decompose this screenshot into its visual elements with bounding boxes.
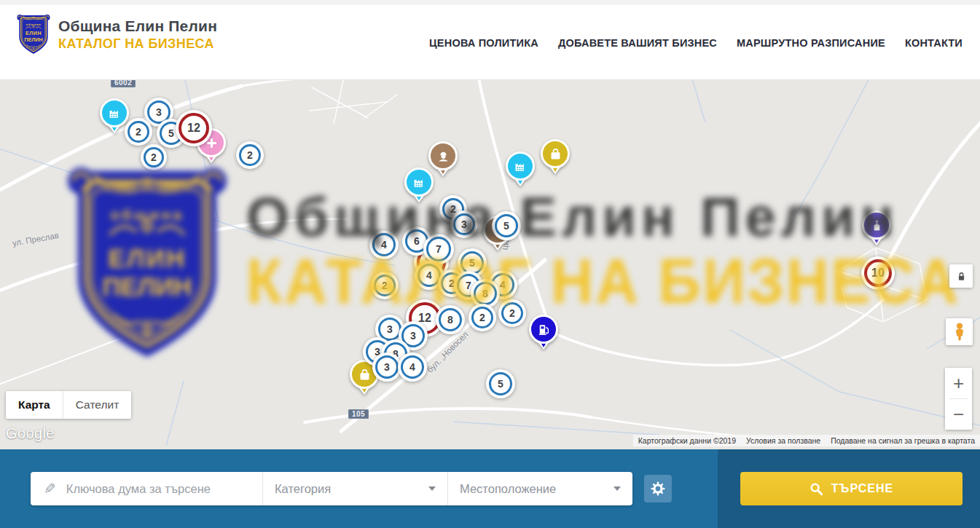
road-label: 6002: [111, 80, 136, 87]
site-logo[interactable]: Община Елин Пелин КАТАЛОГ НА БИЗНЕСА: [16, 12, 217, 56]
location-select[interactable]: Местоположение: [447, 472, 632, 505]
map-type-satellite-button[interactable]: Сателит: [63, 391, 131, 419]
google-logo[interactable]: Google: [6, 425, 55, 442]
nav-contacts[interactable]: КОНТАКТИ: [905, 37, 963, 49]
site-tagline: КАТАЛОГ НА БИЗНЕСА: [58, 36, 217, 52]
business-pin[interactable]: [862, 210, 891, 240]
cluster-marker[interactable]: 2: [236, 141, 264, 169]
search-submit-panel: ТЪРСЕНЕ: [718, 449, 980, 528]
category-select-label: Категория: [275, 482, 331, 496]
cluster-marker[interactable]: 2: [469, 304, 496, 331]
cluster-marker[interactable]: 2: [498, 299, 526, 327]
municipality-crest-icon: [16, 12, 51, 56]
cluster-marker[interactable]: 10: [861, 256, 895, 290]
header: Община Елин Пелин КАТАЛОГ НА БИЗНЕСА ЦЕН…: [0, 0, 980, 80]
terms-of-use-link[interactable]: Условия за ползване: [741, 436, 826, 445]
cluster-marker[interactable]: 5: [492, 211, 521, 240]
page: община ЕЛИН ПЕЛИН Община Елин Пелин КАТА…: [0, 0, 980, 528]
search-bar: ТЪРСЕНЕ ✎ Категория Местоположение: [0, 449, 980, 528]
streetview-lock-button[interactable]: [949, 264, 973, 288]
cluster-marker[interactable]: 3: [372, 352, 401, 382]
chevron-down-icon: [428, 486, 436, 491]
cluster-marker[interactable]: 4: [369, 230, 399, 259]
pegman-button[interactable]: [946, 318, 973, 345]
business-pin[interactable]: [404, 168, 434, 197]
cluster-marker[interactable]: 5: [486, 369, 515, 398]
location-select-label: Местоположение: [460, 482, 556, 496]
nav-pricing-policy[interactable]: ЦЕНОВА ПОЛИТИКА: [429, 37, 538, 49]
cluster-marker[interactable]: 2: [371, 272, 399, 299]
attribution-copyright: Картографски данни ©2019: [633, 436, 741, 445]
business-pin[interactable]: [529, 315, 558, 344]
category-select[interactable]: Категория: [262, 472, 447, 505]
cluster-marker[interactable]: 2: [125, 118, 152, 146]
business-pin[interactable]: [428, 141, 458, 170]
search-icon: [810, 482, 823, 496]
map-type-control: Карта Сателит: [6, 391, 131, 419]
search-submit-label: ТЪРСЕНЕ: [831, 482, 893, 495]
road-label: 105: [348, 409, 369, 419]
map-type-map-button[interactable]: Карта: [6, 391, 63, 419]
cluster-marker[interactable]: 4: [398, 352, 427, 382]
report-map-error-link[interactable]: Подаване на сигнал за грешка в картата: [826, 436, 980, 445]
map-attribution: Картографски данни ©2019 Условия за полз…: [633, 435, 980, 446]
keyword-segment: ✎: [31, 472, 262, 505]
cluster-marker[interactable]: 12: [176, 110, 212, 146]
business-pin[interactable]: [541, 139, 570, 168]
cluster-marker[interactable]: 8: [436, 305, 465, 334]
lock-icon: [956, 271, 967, 282]
map-canvas[interactable]: 6002105ул. Преславбул. „Новоселции" 1323…: [0, 80, 980, 449]
zoom-out-button[interactable]: −: [945, 399, 972, 430]
pegman-icon: [951, 323, 968, 342]
search-submit-button[interactable]: ТЪРСЕНЕ: [740, 472, 963, 505]
cluster-marker[interactable]: 7: [423, 234, 454, 264]
gear-icon: [651, 481, 665, 496]
keyword-input[interactable]: [65, 481, 252, 497]
advanced-search-settings-button[interactable]: [644, 475, 672, 503]
business-pin[interactable]: [506, 151, 535, 181]
business-pin[interactable]: [100, 98, 129, 127]
zoom-in-button[interactable]: +: [945, 368, 972, 398]
nav-route-schedule[interactable]: МАРШРУТНО РАЗПИСАНИЕ: [737, 37, 885, 49]
search-input-group: ✎ Категория Местоположение: [31, 472, 632, 505]
brand-text: Община Елин Пелин КАТАЛОГ НА БИЗНЕСА: [58, 17, 217, 52]
main-nav: ЦЕНОВА ПОЛИТИКА ДОБАВЕТЕ ВАШИЯТ БИЗНЕС М…: [429, 5, 963, 80]
chevron-down-icon: [614, 486, 621, 491]
zoom-control: + −: [945, 368, 972, 430]
site-name: Община Елин Пелин: [58, 17, 217, 35]
nav-add-your-business[interactable]: ДОБАВЕТЕ ВАШИЯТ БИЗНЕС: [558, 37, 717, 49]
cluster-marker[interactable]: 2: [141, 144, 167, 170]
pencil-icon: ✎: [44, 480, 56, 497]
cluster-marker[interactable]: 3: [450, 210, 478, 238]
